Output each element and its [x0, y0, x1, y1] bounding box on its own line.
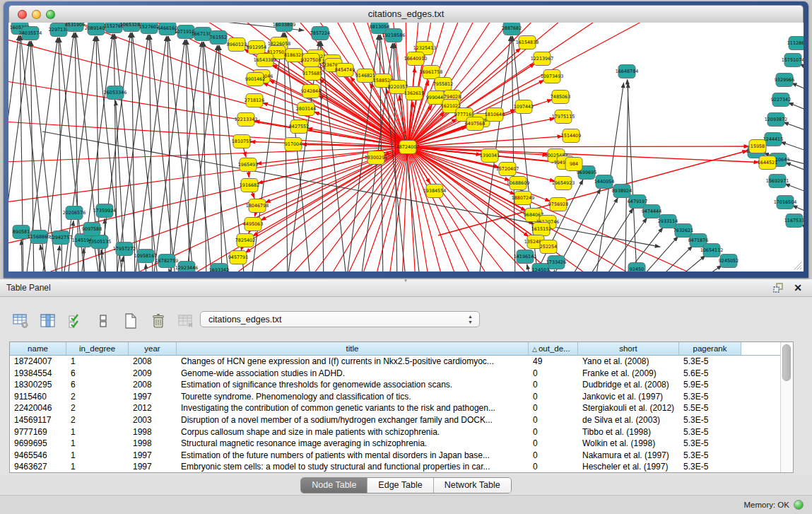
tab-node-table[interactable]: Node Table [301, 478, 367, 493]
network-node[interactable]: 2718126 [245, 94, 264, 107]
table-cell[interactable]: 0 [529, 450, 578, 462]
tab-edge-table[interactable]: Edge Table [367, 478, 433, 493]
network-node[interactable]: 1527602 [139, 23, 159, 34]
network-node[interactable]: 9756928 [548, 198, 568, 211]
table-cell[interactable]: 6 [66, 368, 129, 380]
table-cell[interactable] [741, 414, 781, 426]
network-node[interactable]: 18807249 [512, 192, 535, 205]
table-cell[interactable]: 2008 [129, 356, 177, 368]
column-header-title[interactable]: title [177, 342, 529, 356]
table-row[interactable]: 2242004622012Investigating the contribut… [10, 402, 781, 414]
table-row[interactable]: 1872400712008Changes of HCN gene express… [10, 356, 781, 368]
network-node[interactable]: 8454749 [335, 64, 355, 77]
table-cell[interactable]: 1 [66, 356, 129, 368]
table-cell[interactable]: 1 [66, 461, 129, 472]
table-row[interactable]: 969969511998Structural magnetic resonanc… [10, 438, 781, 450]
table-cell[interactable]: 1 [66, 450, 129, 462]
network-node[interactable]: 10973493 [541, 70, 564, 83]
delete-column-icon[interactable] [149, 312, 167, 330]
table-cell[interactable]: Investigating the contribution of common… [177, 402, 529, 414]
network-node[interactable]: 20206576 [63, 206, 86, 220]
network-node[interactable]: 8960123 [227, 38, 247, 52]
table-cell[interactable]: 5.5E-5 [679, 402, 741, 414]
table-cell[interactable]: 1 [66, 426, 129, 438]
table-cell[interactable] [741, 391, 781, 403]
network-node[interactable]: 12093872 [765, 113, 788, 127]
table-cell[interactable]: Genome-wide association studies in ADHD. [177, 368, 529, 380]
table-cell[interactable] [741, 368, 781, 380]
table-cell[interactable]: 2003 [129, 414, 177, 426]
network-node[interactable]: 15720407 [496, 163, 519, 176]
network-node[interactable]: 7825402 [235, 234, 255, 247]
network-node[interactable]: 1615152 [531, 223, 551, 236]
network-node[interactable]: 16648784 [616, 65, 639, 78]
network-node[interactable]: 10654112 [700, 244, 724, 257]
table-cell[interactable]: Nakamura et al. (1997) [578, 450, 679, 462]
table-cell[interactable]: 2012 [129, 402, 177, 414]
create-column-icon[interactable] [122, 312, 140, 330]
table-cell[interactable]: 5.3E-5 [679, 391, 741, 403]
network-node[interactable]: 11568869 [28, 230, 51, 244]
table-cell[interactable]: 1997 [129, 391, 177, 403]
rows-icon[interactable] [94, 312, 112, 330]
table-cell[interactable]: 5.3E-5 [679, 426, 741, 438]
network-window-titlebar[interactable]: citations_edges.txt [8, 5, 804, 24]
network-node[interactable]: 17016504 [774, 196, 797, 209]
column-header-outde[interactable]: △out_de... [529, 342, 578, 356]
table-cell[interactable]: Estimation of the future numbers of pati… [177, 450, 529, 462]
network-node[interactable]: 9097588 [82, 223, 102, 236]
table-cell[interactable]: 2 [66, 414, 129, 426]
network-node[interactable]: 17359924 [93, 204, 117, 218]
table-cell[interactable]: Disruption of a novel member of a sodium… [177, 414, 529, 426]
network-node[interactable]: 8427552 [289, 120, 309, 134]
network-node[interactable]: 1362615 [404, 87, 424, 100]
table-cell[interactable] [741, 426, 781, 438]
network-node[interactable]: 19218586 [382, 29, 406, 42]
table-cell[interactable]: 5.6E-5 [679, 368, 741, 380]
network-node[interactable]: 10688609 [507, 177, 530, 190]
column-header-short[interactable]: short [578, 342, 679, 356]
network-node[interactable]: 12213343 [235, 113, 258, 127]
network-node[interactable]: 13505135 [88, 235, 112, 249]
network-node[interactable]: 1514409 [561, 129, 581, 143]
table-selector-dropdown[interactable]: citations_edges.txt ▲▼ [200, 311, 480, 327]
table-cell[interactable] [741, 461, 781, 472]
table-cell[interactable]: 6 [66, 379, 129, 391]
network-node[interactable]: 1965493 [238, 158, 258, 172]
network-node[interactable]: 12942757 [49, 231, 73, 245]
network-node[interactable]: 2887682 [502, 23, 522, 35]
table-row[interactable]: 1830029562008Estimation of significance … [10, 379, 781, 391]
network-node[interactable]: 16154838 [516, 36, 539, 49]
network-node[interactable]: 12923446 [175, 262, 199, 272]
table-cell[interactable]: 9463627 [10, 461, 66, 472]
column-header-pagerank[interactable]: pagerank [679, 342, 741, 356]
network-node[interactable]: 19654923 [552, 177, 575, 190]
table-cell[interactable]: 18300295 [10, 379, 66, 391]
network-node[interactable]: 7857224 [310, 27, 330, 40]
table-cell[interactable]: 1998 [129, 438, 177, 450]
table-cell[interactable]: 2 [66, 402, 129, 414]
table-row[interactable]: 946554611997Estimation of the future num… [10, 450, 781, 462]
network-node[interactable]: 26053346 [104, 86, 127, 100]
table-cell[interactable]: Corpus callosum shape and size in male p… [177, 426, 529, 438]
tab-network-table[interactable]: Network Table [434, 478, 511, 493]
network-node[interactable]: 92450 [628, 263, 645, 272]
table-cell[interactable]: 22420046 [10, 402, 66, 414]
table-cell[interactable]: 9777169 [10, 426, 66, 438]
delete-table-icon[interactable] [177, 312, 195, 330]
network-node[interactable]: 4495063 [243, 218, 263, 231]
network-node[interactable]: 1097442 [514, 100, 534, 114]
network-node[interactable]: 9227342 [771, 93, 791, 107]
table-cell[interactable]: Structural magnetic resonance image aver… [177, 438, 529, 450]
network-node[interactable]: 15751074 [782, 54, 804, 67]
table-cell[interactable]: Changes of HCN gene expression and I(f) … [177, 356, 529, 368]
table-cell[interactable]: 0 [529, 402, 578, 414]
network-node[interactable]: 761552 [210, 31, 227, 45]
panel-divider-handle[interactable]: ▾ [401, 279, 411, 283]
table-row[interactable]: 911546021997Tourette syndrome. Phenomeno… [10, 391, 781, 403]
table-cell[interactable] [741, 356, 781, 368]
network-node[interactable]: 1644521 [758, 156, 777, 170]
table-cell[interactable]: 0 [529, 368, 578, 380]
network-node[interactable]: 9242844 [301, 85, 321, 98]
table-cell[interactable]: Wolkin et al. (1998) [578, 438, 679, 450]
